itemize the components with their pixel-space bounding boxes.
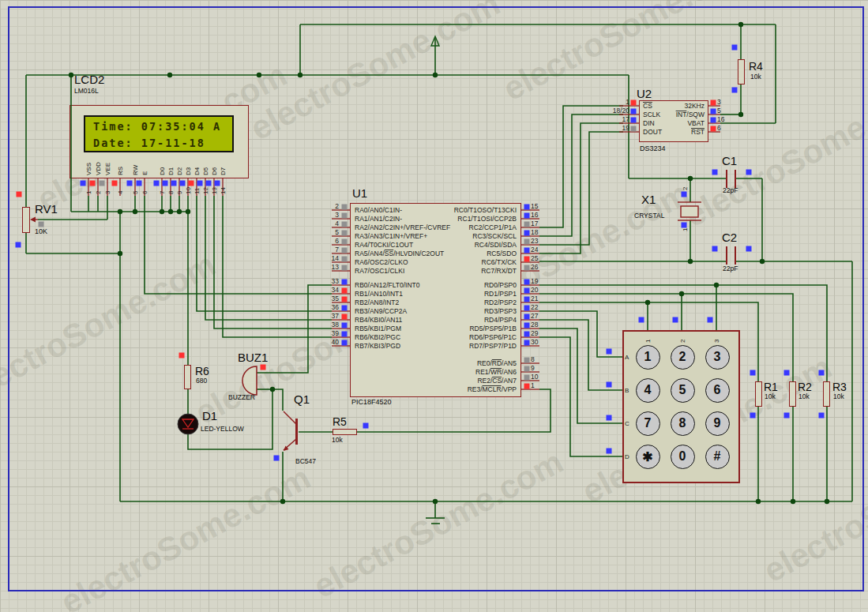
- pin-label: D3: [185, 167, 192, 175]
- pin-number: 8: [167, 190, 175, 194]
- keypad-key-2[interactable]: 2: [671, 345, 695, 370]
- pin-label: RD3/PSP3: [484, 307, 517, 315]
- pin-number: 24: [531, 246, 539, 253]
- junction-dot: [69, 73, 73, 77]
- pin-label: RD4/PSP4: [484, 316, 517, 324]
- pin-square: [524, 257, 530, 262]
- terminal-square: [819, 370, 825, 376]
- terminal-square: [682, 223, 687, 228]
- pin-number: 7: [335, 246, 339, 253]
- keypad-key-✱[interactable]: ✱: [636, 445, 660, 469]
- pin-label: RA3/AN3/C1IN+/VREF+: [355, 232, 427, 240]
- pin-label: RB4/KBI0/AN11: [355, 316, 403, 324]
- pin-label: RA1/AN1/C2IN-: [355, 215, 402, 223]
- pin-square: [342, 231, 348, 236]
- terminal-square: [673, 317, 678, 323]
- crystal-symbol[interactable]: [678, 202, 701, 220]
- pin-number: 15: [531, 202, 539, 210]
- pin-square: [524, 239, 530, 245]
- pin-number: 9: [531, 364, 535, 372]
- pin-label: RC2/CCP1/P1A: [469, 223, 517, 231]
- pin-number: 23: [531, 237, 539, 245]
- keypad-key-9[interactable]: 9: [705, 411, 730, 436]
- wire: [214, 196, 332, 329]
- wire: [539, 106, 623, 227]
- pin-label: RW: [132, 164, 139, 175]
- junction-dot: [433, 499, 438, 504]
- keypad-key-7[interactable]: 7: [636, 411, 660, 436]
- pin-square: [524, 265, 530, 271]
- wire: [539, 337, 622, 456]
- rv1-ref-label: RV1: [35, 202, 58, 216]
- pin-label: D1: [167, 167, 175, 175]
- pin-square: [631, 100, 637, 106]
- pin-number: 35: [332, 295, 340, 302]
- junction-dot: [756, 499, 761, 504]
- pin-square: [342, 297, 348, 302]
- pin-square: [711, 126, 716, 132]
- terminal-square: [708, 317, 713, 323]
- junction-dot: [280, 499, 285, 504]
- pin-number: 1: [682, 227, 689, 231]
- r5-value-label: 10k: [332, 436, 343, 444]
- pin-number: 19: [531, 277, 539, 285]
- keypad-key-1[interactable]: 1: [636, 345, 660, 370]
- r2-value-label: 10k: [798, 392, 810, 400]
- pin-square: [342, 265, 348, 271]
- pin-label: VBAT: [687, 119, 705, 127]
- pin-label: RE2/CS/AN7: [477, 377, 517, 385]
- led-symbol[interactable]: [178, 414, 198, 434]
- pin-label: VEE: [104, 163, 111, 175]
- pin-number: 2: [95, 190, 102, 194]
- pin-label: D4: [194, 167, 201, 175]
- junction-dot: [118, 209, 122, 214]
- schematic-canvas[interactable]: electroSome.comelectroSome.comelectroSom…: [0, 0, 868, 612]
- terminal-square: [39, 222, 44, 227]
- pin-number: 6: [717, 124, 721, 132]
- terminal-square: [261, 365, 266, 370]
- junction-dot: [133, 209, 137, 214]
- pin-square: [342, 205, 348, 210]
- pin-number: 6: [141, 190, 148, 194]
- junction-dot: [760, 259, 765, 264]
- capacitor-c2-plates[interactable]: [727, 246, 735, 265]
- keypad-key-3[interactable]: 3: [705, 345, 730, 370]
- keypad-keys: 123456789✱0#: [630, 340, 735, 473]
- pin-number: 7: [159, 190, 166, 194]
- junction-dot: [738, 22, 743, 27]
- keypad-key-0[interactable]: 0: [671, 445, 695, 469]
- pin-square: [81, 181, 86, 186]
- r1-value-label: 10k: [765, 392, 776, 400]
- pin-number: 17: [622, 115, 630, 123]
- pin-square: [524, 375, 530, 381]
- buz1-value-label: BUZZER: [228, 393, 255, 401]
- buzzer-symbol[interactable]: [242, 366, 257, 395]
- pin-number: 8: [531, 355, 535, 363]
- pin-label: RA7/OSC1/CLKI: [355, 267, 404, 275]
- pin-square: [342, 340, 348, 346]
- pin-label: RD1/PSP1: [484, 290, 517, 298]
- pin-number: 26: [531, 263, 539, 271]
- capacitor-c1-plates[interactable]: [727, 170, 735, 188]
- pin-label: RB6/KBI2/PGC: [355, 333, 400, 341]
- keypad-key-5[interactable]: 5: [671, 378, 695, 403]
- lcd2-value-label: LM016L: [74, 87, 99, 95]
- pin-label: VDD: [95, 162, 102, 175]
- pin-square: [524, 384, 530, 389]
- transistor-symbol[interactable]: [284, 411, 298, 451]
- keypad-key-6[interactable]: 6: [705, 378, 730, 403]
- keypad-key-4[interactable]: 4: [636, 378, 660, 403]
- terminal-square: [712, 170, 718, 175]
- wire: [223, 196, 332, 337]
- pin-square: [342, 280, 348, 285]
- pin-number: 10: [531, 373, 539, 381]
- keypad-key-8[interactable]: 8: [671, 411, 695, 436]
- terminal-square: [363, 423, 369, 429]
- pin-label: RA2/AN2/C2IN+/VREF-/CVREF: [355, 223, 450, 231]
- pin-square: [524, 358, 530, 363]
- pin-label: RC1/T1OSI/CCP2B: [457, 215, 517, 223]
- terminal-square: [17, 192, 22, 197]
- terminal-square: [607, 382, 612, 388]
- pin-square: [631, 118, 637, 123]
- keypad-key-#[interactable]: #: [705, 445, 730, 469]
